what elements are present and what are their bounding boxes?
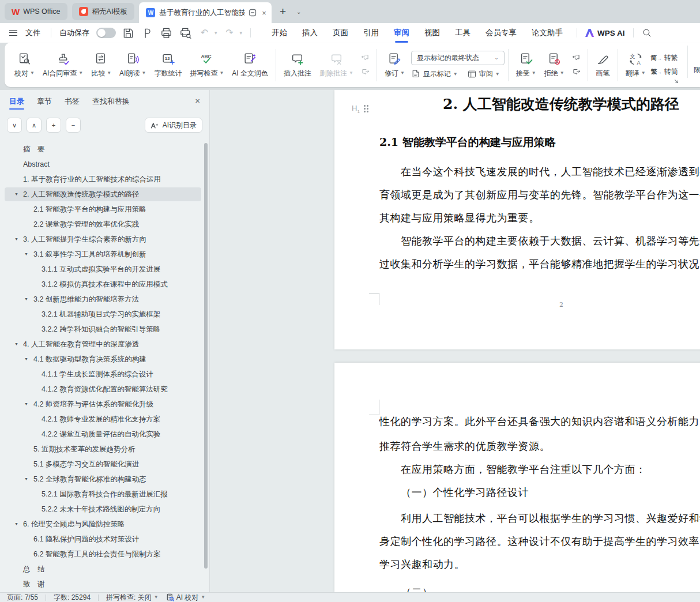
review-pane-button[interactable]: 审阅▼	[467, 69, 500, 79]
ribbon-button-proofread[interactable]: 校对▼	[10, 46, 39, 84]
delete-comment-button[interactable]: 删除批注▼	[315, 46, 357, 84]
menu-tab-8[interactable]: 会员专享	[486, 23, 517, 43]
toc-item[interactable]: ▼3.2 创新思维能力的智能培养方法	[0, 292, 204, 307]
sidebar-tab-1[interactable]: 目录	[9, 90, 24, 113]
hamburger-icon[interactable]	[9, 30, 17, 36]
undo-icon[interactable]: ↶	[198, 27, 211, 40]
toc-item[interactable]: ▼2. 人工智能改造传统教学模式的路径	[0, 187, 204, 202]
translate-button[interactable]: 文A 翻译▼	[622, 46, 650, 84]
sidebar-tab-3[interactable]: 书签	[65, 90, 80, 113]
collapse-triangle-icon[interactable]: ▼	[14, 192, 18, 196]
toc-item[interactable]: ▼4. 人工智能在教育管理中的深度渗透	[0, 337, 204, 352]
menu-tab-4[interactable]: 引用	[363, 23, 379, 43]
collapse-triangle-icon[interactable]: ▼	[24, 297, 28, 301]
toc-item[interactable]: 总 结	[0, 562, 204, 577]
menu-tab-6[interactable]: 视图	[424, 23, 440, 43]
track-changes-button[interactable]: 修订▼	[381, 46, 409, 84]
toc-item[interactable]: 5.1 多模态学习交互的智能化演进	[0, 457, 204, 472]
collapse-up-button[interactable]: ∧	[27, 118, 42, 133]
window-tab[interactable]: W基于教育行业的人工智能技术×	[139, 2, 272, 23]
expand-down-button[interactable]: ∨	[7, 118, 22, 133]
ribbon-button-spellcheck[interactable]: ABC拼写检查▼	[186, 46, 228, 84]
drag-handle-icon[interactable]	[364, 105, 368, 112]
toc-item[interactable]: 3.1.2 模拟仿真技术在课程中的应用模式	[0, 277, 204, 292]
markup-state-dropdown[interactable]: 显示标记的最终状态 ⌄	[411, 51, 505, 65]
toc-item[interactable]: 摘 要	[0, 142, 204, 157]
sidebar-tab-4[interactable]: 查找和替换	[92, 90, 130, 113]
window-tab[interactable]: 稻壳AI模板	[72, 3, 135, 20]
insert-comment-button[interactable]: 插入批注	[280, 46, 315, 84]
new-tab-button[interactable]: +	[276, 5, 289, 18]
ribbon-button-ai-read[interactable]: AI朗读▼	[115, 46, 150, 84]
collapse-triangle-icon[interactable]: ▼	[24, 402, 28, 406]
autosave-toggle[interactable]	[96, 28, 116, 38]
ai-proofread-status[interactable]: AI 校对▼	[166, 593, 206, 602]
comment-indicator-icon[interactable]	[249, 9, 257, 17]
brush-button[interactable]: 画笔	[592, 46, 614, 84]
toc-item[interactable]: 3.1.1 互动式虚拟实验平台的开发进展	[0, 262, 204, 277]
tab-list-chevron-icon[interactable]: ⌄	[294, 9, 303, 15]
sidebar-scrollbar[interactable]	[204, 143, 208, 569]
toc-item[interactable]: 5.2.2 未来十年技术路线图的制定方向	[0, 502, 204, 517]
redo-chevron-icon[interactable]: ▾	[240, 30, 243, 36]
accept-button[interactable]: 接受▼	[512, 46, 540, 84]
toc-item[interactable]: 5.2.1 国际教育科技合作的最新进展汇报	[0, 487, 204, 502]
toc-item[interactable]: 2.2 课堂教学管理的效率优化实践	[0, 217, 204, 232]
menu-tab-1[interactable]: 开始	[272, 23, 287, 43]
menu-tab-3[interactable]: 页面	[333, 23, 348, 43]
toc-item[interactable]: 3.2.2 跨学科知识融合的智能引导策略	[0, 322, 204, 337]
word-count-indicator[interactable]: 字数: 25294	[54, 593, 91, 602]
search-icon[interactable]	[642, 28, 652, 38]
save-icon[interactable]	[122, 27, 135, 40]
menu-tab-2[interactable]: 插入	[302, 23, 318, 43]
file-menu[interactable]: 文件	[25, 28, 40, 38]
toc-item[interactable]: 3.2.1 机器辅助项目式学习的实施框架	[0, 307, 204, 322]
to-simplified-button[interactable]: 繁→ 转简	[651, 67, 678, 77]
toc-item[interactable]: 6.1 隐私保护问题的技术对策设计	[0, 532, 204, 547]
collapse-all-button[interactable]: −	[66, 118, 81, 133]
restrict-edit-button[interactable]: 限制编辑	[690, 43, 700, 81]
toc-item[interactable]: 4.2.2 课堂互动质量评估的自动化实验	[0, 427, 204, 442]
previous-comment-icon[interactable]	[359, 53, 371, 63]
heading-level-marker[interactable]: H1	[352, 104, 368, 114]
collapse-triangle-icon[interactable]: ▼	[14, 342, 18, 346]
toc-item[interactable]: ▼3.1 叙事性学习工具的培养机制创新	[0, 247, 204, 262]
toc-item[interactable]: ▼5.2 全球教育智能化标准的构建动态	[0, 472, 204, 487]
sidebar-tab-2[interactable]: 章节	[37, 90, 52, 113]
toc-item[interactable]: ▼6. 伦理安全顾虑与风险防控策略	[0, 517, 204, 532]
document-page-7[interactable]: H1 2. 人工智能改造传统教学模式的路径 2.1 智能教学平台的构建与应用策略…	[334, 90, 700, 349]
undo-chevron-icon[interactable]: ▾	[214, 30, 217, 36]
menu-tab-7[interactable]: 工具	[455, 23, 471, 43]
collapse-triangle-icon[interactable]: ▼	[24, 252, 28, 256]
redo-icon[interactable]: ↷	[223, 27, 236, 40]
next-change-icon[interactable]	[570, 67, 582, 77]
ribbon-button-compare[interactable]: 比较▼	[87, 46, 115, 84]
menu-tab-9[interactable]: 论文助手	[532, 23, 563, 43]
print-preview-icon[interactable]	[179, 27, 192, 40]
ribbon-button-word-count[interactable]: 12字数统计	[150, 46, 186, 84]
toc-item[interactable]: 6.2 智能教育工具的社会责任与限制方案	[0, 547, 204, 562]
collapse-triangle-icon[interactable]: ▼	[24, 477, 28, 481]
toc-item[interactable]: ▼4.1 数据驱动型教育决策系统的构建	[0, 352, 204, 367]
toc-item[interactable]: 致 谢	[0, 577, 204, 592]
group-dialog-launcher-icon[interactable]	[673, 76, 679, 82]
toc-item[interactable]: 4.1.2 教育资源优化配置的智能算法研究	[0, 382, 204, 397]
collapse-triangle-icon[interactable]: ▼	[14, 522, 18, 526]
close-tab-icon[interactable]: ×	[262, 9, 266, 17]
previous-change-icon[interactable]	[570, 53, 582, 63]
collapse-triangle-icon[interactable]: ▼	[14, 237, 18, 241]
wps-ai-button[interactable]: WPS AI	[585, 29, 625, 37]
toc-item[interactable]: 1. 基于教育行业的人工智能技术的综合运用	[0, 172, 204, 187]
close-sidebar-icon[interactable]: ×	[195, 96, 200, 106]
expand-all-button[interactable]: +	[46, 118, 61, 133]
toc-item[interactable]: 4.1.1 学生成长监测体系的综合设计	[0, 367, 204, 382]
spellcheck-status[interactable]: 拼写检查: 关闭▼	[106, 593, 159, 602]
menu-tab-5[interactable]: 审阅	[394, 23, 409, 43]
ai-recognize-toc-button[interactable]: AI识别目录	[145, 118, 202, 133]
show-markup-button[interactable]: 显示标记▼	[411, 69, 458, 79]
toc-item[interactable]: 5. 近期技术变革的发展趋势分析	[0, 442, 204, 457]
reject-button[interactable]: 拒绝▼	[540, 46, 569, 84]
next-comment-icon[interactable]	[359, 67, 371, 77]
to-traditional-button[interactable]: 简→ 转繁	[651, 53, 678, 63]
export-pdf-icon[interactable]	[141, 27, 154, 40]
